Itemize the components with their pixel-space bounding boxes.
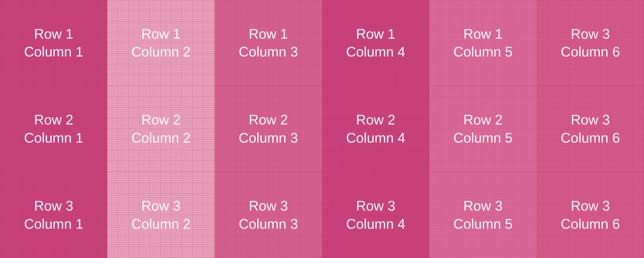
cell-label-r2c2: Row 2Column 2 [131, 111, 191, 147]
cell-label-r3c1: Row 3Column 1 [24, 197, 83, 233]
cell-label-r1c6: Row 3Column 6 [561, 25, 620, 61]
main-grid: Row 1Column 1Row 1Column 2Row 1Column 3R… [0, 0, 644, 258]
cell-r2c4: Row 2Column 4 [322, 86, 429, 172]
cell-label-r3c3: Row 3Column 3 [239, 197, 298, 233]
cell-r1c5: Row 1Column 5 [429, 0, 536, 86]
cell-r1c6: Row 3Column 6 [537, 0, 644, 86]
cell-r3c3: Row 3Column 3 [215, 172, 322, 258]
cell-r2c6: Row 3Column 6 [537, 86, 644, 172]
cell-label-r1c1: Row 1Column 1 [24, 25, 83, 61]
cell-label-r2c4: Row 2Column 4 [346, 111, 405, 147]
cell-r3c4: Row 3Column 4 [322, 172, 429, 258]
cell-label-r1c5: Row 1Column 5 [453, 25, 513, 61]
cell-r3c5: Row 3Column 5 [429, 172, 536, 258]
cell-r2c1: Row 2Column 1 [0, 86, 107, 172]
cell-label-r3c5: Row 3Column 5 [453, 197, 513, 233]
cell-r1c1: Row 1Column 1 [0, 0, 107, 86]
cell-label-r1c2: Row 1Column 2 [131, 25, 191, 61]
cell-label-r2c6: Row 3Column 6 [561, 111, 620, 147]
cell-r2c5: Row 2Column 5 [429, 86, 536, 172]
cell-label-r3c4: Row 3Column 4 [346, 197, 405, 233]
cell-r1c4: Row 1Column 4 [322, 0, 429, 86]
cell-label-r1c4: Row 1Column 4 [346, 25, 405, 61]
cell-r3c2: Row 3Column 2 [107, 172, 214, 258]
cell-r3c1: Row 3Column 1 [0, 172, 107, 258]
cell-r2c3: Row 2Column 3 [215, 86, 322, 172]
cell-label-r3c6: Row 3Column 6 [561, 197, 620, 233]
cell-r1c2: Row 1Column 2 [107, 0, 214, 86]
cell-label-r1c3: Row 1Column 3 [239, 25, 298, 61]
cell-label-r3c2: Row 3Column 2 [131, 197, 191, 233]
cell-label-r2c1: Row 2Column 1 [24, 111, 83, 147]
cell-r2c2: Row 2Column 2 [107, 86, 214, 172]
cell-label-r2c3: Row 2Column 3 [239, 111, 298, 147]
cell-r3c6: Row 3Column 6 [537, 172, 644, 258]
cell-label-r2c5: Row 2Column 5 [453, 111, 513, 147]
cell-r1c3: Row 1Column 3 [215, 0, 322, 86]
